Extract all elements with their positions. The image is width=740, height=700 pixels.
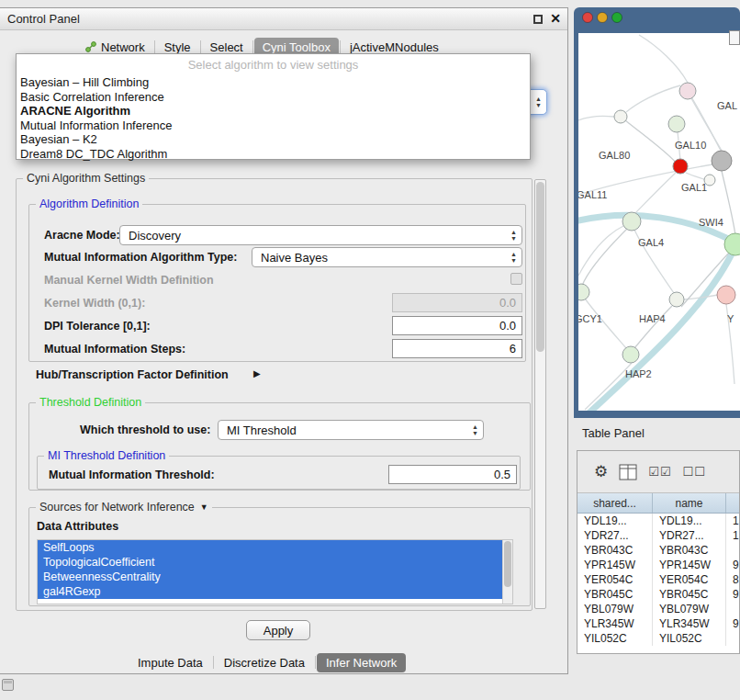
cell-shared[interactable]: YDR27... <box>577 528 653 543</box>
close-traffic-light[interactable] <box>583 13 593 23</box>
apply-button[interactable]: Apply <box>246 620 310 640</box>
cell-extra[interactable]: 13 <box>726 514 739 528</box>
dropdown-item[interactable]: Bayesian – K2 <box>17 132 530 147</box>
table-row[interactable]: YBR043CYBR043C <box>577 543 739 558</box>
network-edge[interactable] <box>626 85 680 112</box>
table-row[interactable]: YER054CYER054C8. <box>577 572 739 587</box>
attribute-item-selected[interactable]: gal4RGexp <box>38 584 502 599</box>
dropdown-item[interactable]: Mutual Information Inference <box>17 119 530 133</box>
network-node-red[interactable] <box>673 159 688 174</box>
cell-extra[interactable]: 8. <box>726 572 739 587</box>
table-row[interactable]: YBL079WYBL079W <box>577 602 739 616</box>
network-scrollbar-stub[interactable] <box>729 30 740 45</box>
aracne-mode-combo[interactable]: Discovery ▲▼ <box>119 225 522 245</box>
cell-name[interactable]: YER054C <box>653 572 726 587</box>
attribute-item-selected[interactable]: SelfLoops <box>38 540 502 555</box>
scrollbar-thumb[interactable] <box>536 182 544 352</box>
cell-shared[interactable]: YIL052C <box>577 631 653 646</box>
minimize-traffic-light[interactable] <box>598 13 608 23</box>
tab-infer-network[interactable]: Infer Network <box>317 653 406 672</box>
table-row[interactable]: YIL052CYIL052C <box>577 631 739 646</box>
network-node[interactable] <box>668 116 685 132</box>
cell-name[interactable]: YDR27... <box>653 528 726 543</box>
cell-shared[interactable]: YLR345W <box>577 616 653 631</box>
float-window-icon[interactable] <box>533 15 543 24</box>
dropdown-item-selected[interactable]: ARACNE Algorithm <box>17 104 530 119</box>
network-node[interactable] <box>622 212 641 231</box>
table-row[interactable]: YBR045CYBR045C9. <box>577 587 739 602</box>
group-title: MI Threshold Definition <box>44 449 169 462</box>
cell-extra[interactable] <box>726 602 739 616</box>
cell-shared[interactable]: YPR145W <box>577 558 653 572</box>
cell-shared[interactable]: YBR045C <box>577 587 653 602</box>
settings-scrollbar[interactable] <box>534 179 546 609</box>
network-edge[interactable] <box>722 171 735 235</box>
cell-name[interactable]: YIL052C <box>653 631 726 646</box>
manual-kernel-checkbox[interactable] <box>510 273 522 285</box>
column-header-shared-name[interactable]: shared... <box>577 493 653 513</box>
dropdown-item[interactable]: Bayesian – Hill Climbing <box>17 75 530 90</box>
node-label: GAL11 <box>578 189 607 200</box>
collapse-down-icon[interactable]: ▼ <box>200 502 208 512</box>
cell-extra[interactable] <box>726 543 739 558</box>
mi-threshold-field[interactable]: 0.5 <box>388 465 517 484</box>
attribute-item-selected[interactable]: TopologicalCoefficient <box>38 555 502 570</box>
tab-discretize-data[interactable]: Discretize Data <box>215 653 314 672</box>
attributes-list[interactable]: SelfLoops TopologicalCoefficient Between… <box>37 539 513 604</box>
cell-extra[interactable]: 9. <box>726 587 739 602</box>
network-edge[interactable] <box>582 229 627 286</box>
deselect-all-icon[interactable]: ☐☐ <box>683 465 706 479</box>
network-canvas[interactable]: GAL GAL80 GAL10 GAL11 GAL1 SWI4 GAL4 GCY… <box>578 33 740 411</box>
cell-name[interactable]: YBL079W <box>653 602 726 616</box>
dpi-tolerance-field[interactable]: 0.0 <box>392 316 522 335</box>
cell-extra[interactable]: 9. <box>726 616 739 631</box>
cell-shared[interactable]: YBR043C <box>577 543 653 558</box>
mi-steps-field[interactable]: 6 <box>392 339 522 358</box>
cell-extra[interactable]: 12 <box>726 528 739 543</box>
list-scrollbar[interactable] <box>502 540 512 604</box>
gear-icon[interactable]: ⚙ <box>594 464 608 480</box>
cell-name[interactable]: YBR045C <box>653 587 726 602</box>
window-title: Control Panel <box>0 12 80 26</box>
tab-impute-data[interactable]: Impute Data <box>129 653 212 672</box>
attribute-item-selected[interactable]: BetweennessCentrality <box>38 570 502 584</box>
network-node[interactable] <box>578 284 589 300</box>
network-node[interactable] <box>712 151 732 171</box>
cell-name[interactable]: YBR043C <box>653 543 726 558</box>
close-icon[interactable]: ✕ <box>550 13 561 25</box>
dropdown-item[interactable]: Dream8 DC_TDC Algorithm <box>17 147 530 162</box>
network-edge[interactable] <box>686 173 706 180</box>
network-edge[interactable] <box>578 226 623 276</box>
network-node[interactable] <box>622 346 639 363</box>
cell-shared[interactable]: YBL079W <box>577 602 653 616</box>
network-edge[interactable] <box>578 116 614 120</box>
expand-right-icon[interactable]: ▶ <box>253 368 261 378</box>
cell-name[interactable]: YDL19... <box>653 514 726 528</box>
column-header-extra[interactable] <box>726 493 739 513</box>
zoom-traffic-light[interactable] <box>612 13 622 23</box>
table-row[interactable]: YLR345WYLR345W9. <box>577 616 739 631</box>
column-header-name[interactable]: name <box>653 493 726 513</box>
cell-extra[interactable] <box>726 631 739 646</box>
network-edge[interactable] <box>639 35 688 83</box>
cell-extra[interactable]: 9. <box>726 558 739 572</box>
cell-shared[interactable]: YDL19... <box>577 514 653 528</box>
table-row[interactable]: YDL19...YDL19...13 <box>577 514 739 528</box>
network-node[interactable] <box>669 292 684 307</box>
cell-name[interactable]: YLR345W <box>653 616 726 631</box>
cell-name[interactable]: YPR145W <box>653 558 726 572</box>
column-manager-icon[interactable] <box>619 464 637 480</box>
scrollbar-thumb[interactable] <box>504 541 511 587</box>
cell-shared[interactable]: YER054C <box>577 572 653 587</box>
network-node[interactable] <box>717 286 735 304</box>
dropdown-item[interactable]: Basic Correlation Inference <box>17 90 530 105</box>
network-node[interactable] <box>679 83 696 99</box>
restore-panel-icon[interactable] <box>2 679 14 691</box>
table-row[interactable]: YPR145WYPR145W9. <box>577 558 739 572</box>
which-threshold-combo[interactable]: MI Threshold ▲▼ <box>218 420 484 440</box>
network-node[interactable] <box>614 110 627 123</box>
kernel-width-field[interactable]: 0.0 <box>392 293 522 312</box>
select-all-icon[interactable]: ☑☑ <box>648 465 671 479</box>
table-row[interactable]: YDR27...YDR27...12 <box>577 528 739 543</box>
mi-type-combo[interactable]: Naive Bayes ▲▼ <box>252 247 522 267</box>
